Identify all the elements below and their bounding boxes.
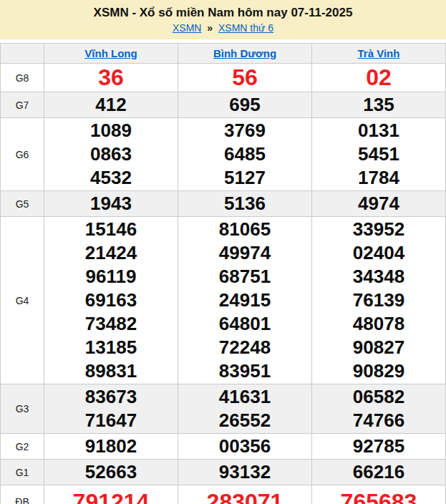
result-number: 1784 [312, 166, 445, 190]
prize-cell-G5-col1: 5136 [178, 191, 312, 217]
result-number: 64801 [178, 312, 311, 336]
column-link-0[interactable]: Vĩnh Long [84, 47, 137, 59]
result-number: 92785 [312, 435, 445, 458]
result-number: 90829 [312, 359, 445, 383]
prize-cell-G4-col1: 81065499746875124915648017224883951 [178, 217, 312, 384]
column-header-row: Vĩnh LongBình DươngTrà Vinh [1, 44, 446, 64]
result-number: 6485 [178, 142, 311, 166]
prize-label: G1 [1, 460, 44, 485]
prize-cell-G8-col2: 02 [312, 64, 446, 92]
result-number: 02 [312, 64, 445, 91]
result-number: 5136 [178, 192, 311, 215]
prize-cell-G1-col0: 52663 [44, 460, 178, 485]
column-link-1[interactable]: Bình Dương [213, 47, 276, 59]
results-tbody: G8365602G7412695135G61089086345323769648… [1, 64, 446, 504]
result-number: 765683 [312, 486, 445, 504]
result-number: 71647 [44, 409, 178, 432]
result-number: 74766 [312, 409, 445, 432]
result-number: 24915 [178, 289, 311, 312]
result-number: 56 [178, 64, 311, 91]
prize-cell-G1-col2: 66216 [312, 460, 446, 485]
result-number: 93132 [178, 460, 311, 484]
result-number: 89831 [44, 359, 178, 383]
result-number: 66216 [312, 460, 445, 484]
result-number: 06582 [312, 385, 445, 409]
prize-row-G1: G1526639313266216 [1, 460, 446, 485]
result-number: 1089 [44, 119, 178, 142]
prize-cell-G2-col0: 91802 [44, 434, 178, 460]
breadcrumb-link-xsmn-thu-6[interactable]: XSMN thứ 6 [218, 22, 273, 34]
result-number: 4532 [44, 166, 178, 190]
result-number: 73482 [44, 312, 178, 336]
result-number: 26552 [178, 409, 311, 432]
result-number: 81065 [178, 218, 311, 241]
prize-label: G8 [1, 64, 44, 92]
prize-cell-G1-col1: 93132 [178, 460, 312, 485]
result-number: 33952 [312, 218, 445, 241]
prize-cell-G3-col2: 0658274766 [312, 384, 446, 434]
breadcrumb-link-xsmn[interactable]: XSMN [173, 22, 201, 34]
result-number: 4974 [312, 192, 445, 215]
prize-cell-G7-col0: 412 [44, 92, 178, 118]
result-number: 135 [312, 93, 445, 117]
result-number: 91802 [44, 435, 178, 458]
result-number: 96119 [44, 265, 178, 289]
result-number: 3769 [178, 119, 311, 142]
prize-cell-G8-col1: 56 [178, 64, 312, 92]
prize-cell-G6-col0: 108908634532 [44, 118, 178, 191]
prize-label: G4 [1, 217, 44, 384]
column-header-2: Trà Vinh [312, 44, 446, 64]
result-number: 49974 [178, 241, 311, 265]
breadcrumb-separator: » [207, 22, 213, 34]
prize-label: G5 [1, 191, 44, 217]
result-number: 791214 [44, 486, 178, 504]
prize-cell-G7-col1: 695 [178, 92, 312, 118]
prize-row-G6: G6108908634532376964855127013154511784 [1, 118, 446, 191]
prize-cell-G3-col0: 8367371647 [44, 384, 178, 434]
result-number: 412 [44, 93, 178, 117]
result-number: 5451 [312, 142, 445, 166]
prize-cell-G6-col2: 013154511784 [312, 118, 446, 191]
prize-cell-G6-col1: 376964855127 [178, 118, 312, 191]
result-number: 0131 [312, 119, 445, 142]
result-number: 695 [178, 93, 311, 117]
prize-cell-G2-col2: 92785 [312, 434, 446, 460]
prize-cell-G7-col2: 135 [312, 92, 446, 118]
result-number: 283071 [178, 486, 311, 504]
results-table: Vĩnh LongBình DươngTrà Vinh G8365602G741… [0, 43, 446, 504]
prize-cell-G4-col2: 33952024043434876139480789082790829 [312, 217, 446, 384]
result-number: 1943 [44, 192, 178, 215]
column-link-2[interactable]: Trà Vinh [358, 47, 400, 59]
column-header-0: Vĩnh Long [44, 44, 178, 64]
result-number: 48078 [312, 312, 445, 336]
result-number: 69163 [44, 289, 178, 312]
prize-row-G3: G3836737164741631265520658274766 [1, 384, 446, 434]
prize-row-G8: G8365602 [1, 64, 446, 92]
result-number: 36 [44, 64, 178, 91]
prize-row-G4: G415146214249611969163734821318589831810… [1, 217, 446, 384]
prize-label: G2 [1, 434, 44, 460]
prize-cell-G4-col0: 15146214249611969163734821318589831 [44, 217, 178, 384]
result-number: 00356 [178, 435, 311, 458]
result-number: 02404 [312, 241, 445, 265]
result-number: 0863 [44, 142, 178, 166]
result-number: 90827 [312, 336, 445, 359]
page-title: XSMN - Xổ số miền Nam hôm nay 07-11-2025 [0, 5, 446, 20]
breadcrumb: XSMN » XSMN thứ 6 [0, 22, 446, 34]
result-number: 68751 [178, 265, 311, 289]
prize-label: ĐB [1, 485, 44, 504]
prize-row-G2: G2918020035692785 [1, 434, 446, 460]
result-number: 13185 [44, 336, 178, 359]
prize-cell-G8-col0: 36 [44, 64, 178, 92]
prize-row-ĐB: ĐB791214283071765683 [1, 485, 446, 504]
page-header: XSMN - Xổ số miền Nam hôm nay 07-11-2025… [0, 0, 446, 39]
result-number: 41631 [178, 385, 311, 409]
prize-cell-G2-col1: 00356 [178, 434, 312, 460]
prize-cell-ĐB-col2: 765683 [312, 485, 446, 504]
prize-row-G7: G7412695135 [1, 92, 446, 118]
result-number: 83951 [178, 359, 311, 383]
prize-cell-G3-col1: 4163126552 [178, 384, 312, 434]
result-number: 52663 [44, 460, 178, 484]
prize-label: G7 [1, 92, 44, 118]
prize-row-G5: G5194351364974 [1, 191, 446, 217]
